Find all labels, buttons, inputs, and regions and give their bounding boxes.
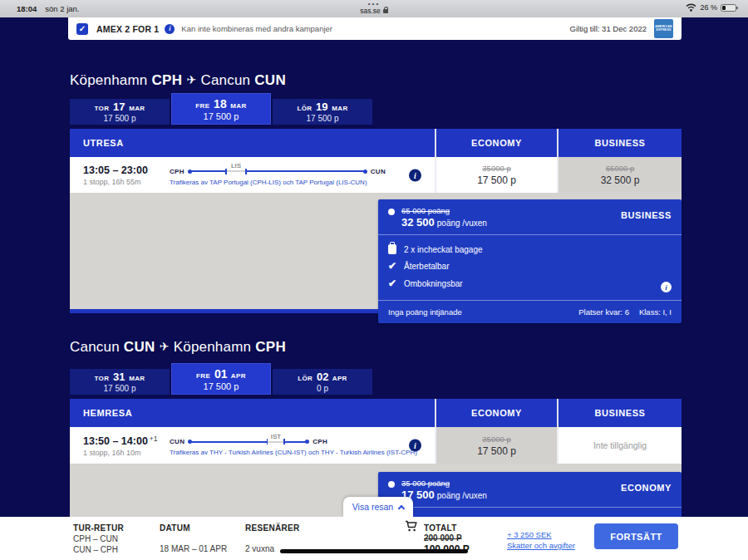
passengers-label: RESENÄRER [245,523,300,533]
tab-price: 17 500 p [70,384,170,393]
via-code: LIS [231,162,241,169]
tab-price: 17 500 p [273,114,372,123]
via-code: IST [271,433,281,440]
screen: 18:04sön 2 jan. ••• sas.se 26 % ✓ AMEX 2… [0,0,748,560]
economy-fare-card: 35 000 poäng 17 500poäng /vuxen ECONOMY … [378,472,682,517]
date-label: DATUM [160,523,227,533]
date-value: 18 MAR – 01 APR [160,544,227,553]
flight-times: 13:05 – 23:00 [83,165,170,176]
outbound-expanded-area: 65 000 poäng 32 500poäng /vuxen BUSINESS… [70,193,682,309]
inbound-to-city: Köpenhamn [174,339,251,355]
date-block: DATUM 18 MAR – 01 APR [160,523,227,553]
outbound-fare-table: UTRESA ECONOMY BUSINESS 13:05 – 23:00 1 … [70,129,682,313]
fare-per: poäng /vuxen [437,219,487,228]
show-trip-button[interactable]: Visa resan [343,497,413,517]
origin-code: CUN [170,438,185,445]
plane-icon: ✈ [187,73,197,86]
fare-features: x incheckat bagage [378,508,682,517]
taxes-fees-link[interactable]: Skatter och avgifter [507,541,575,550]
direction-label: UTRESA [70,129,435,157]
tab-price: 0 p [273,384,372,393]
outbound-from-city: Köpenhamn [70,72,147,88]
flight-stops: 1 stopp, 16h 55m [83,178,170,186]
promo-banner: ✓ AMEX 2 FOR 1 i Kan inte kombineras med… [68,17,682,40]
battery-icon [721,4,736,12]
promo-description: Kan inte kombineras med andra kampanjer [181,24,332,33]
home-indicator-handle[interactable] [280,549,468,553]
bottom-summary-bar: TUR-RETUR CPH – CUN CUN – CPH DATUM 18 M… [0,517,748,560]
wifi-icon [686,3,696,12]
outbound-flight-row: 13:05 – 23:00 1 stopp, 16h 55m CPH LIS C… [70,157,682,193]
trip-leg-2: CUN – CPH [73,545,124,554]
origin-code: CPH [170,168,185,175]
address-bar[interactable]: sas.se [0,7,748,15]
inbound-economy-price-cell-selected[interactable]: 35000 p 17 500 p [435,427,557,464]
seats-left: Platser kvar: 6 [578,307,629,317]
fare-radio-selected[interactable] [388,481,395,488]
route-line: LIS [189,170,366,172]
promo-checkbox[interactable]: ✓ [76,23,88,35]
stopover-segment [226,170,245,172]
outbound-economy-price-cell[interactable]: 35000 p 17 500 p [435,157,557,193]
tab-overview-dots[interactable]: ••• [0,1,748,7]
fare-card-header: 65 000 poäng 32 500poäng /vuxen BUSINESS [378,199,682,235]
outbound-date-tabs: TOR 17 MAR 17 500 p FRE 18 MAR 17 500 p … [70,93,374,125]
chevron-up-icon [398,504,405,511]
old-price: 65000 p [606,164,634,173]
flight-info-icon[interactable]: i [409,169,421,181]
tab-price: 17 500 p [171,111,271,121]
check-icon: ✔ [388,278,396,289]
outbound-to-code: CUN [254,72,286,88]
check-icon: ✔ [388,260,396,272]
battery-percent: 26 % [700,3,717,12]
flight-times: 13:50 – 14:00+1 [83,435,170,447]
padlock-icon [383,9,388,13]
earn-note: Inga poäng intjänade [388,307,462,317]
inbound-tab-fri-selected[interactable]: FRE 01 APR 17 500 p [171,363,271,395]
operated-by: Trafikeras av TAP Portugal (CPH-LIS) och… [170,179,386,186]
outbound-tab-sat[interactable]: LÖR 19 MAR 17 500 p [273,99,372,125]
inbound-flight-row: 13:50 – 14:00+1 1 stopp, 16h 10m CUN IST… [70,427,682,464]
inbound-from-code: CUN [124,339,155,355]
inbound-tab-thu[interactable]: TOR 31 MAR 17 500 p [70,369,170,395]
plus-days: +1 [150,435,158,443]
stopover-segment [268,441,284,443]
promo-info-icon[interactable]: i [165,24,175,34]
fare-old-points: 65 000 poäng [401,206,487,215]
economy-column-header: ECONOMY [435,399,557,427]
outbound-business-price-cell-selected[interactable]: 65000 p 32 500 p [557,157,682,193]
fare-per: poäng /vuxen [437,491,487,500]
route-diagram: CUN IST CPH Trafikeras av THY - Turkish … [170,438,417,456]
fare-info-icon[interactable]: i [661,282,672,292]
outbound-tab-thu[interactable]: TOR 17 MAR 17 500 p [70,99,170,125]
plane-icon: ✈ [160,340,170,353]
old-price: 35000 p [482,435,510,444]
promo-title: AMEX 2 FOR 1 [96,24,159,34]
trip-leg-1: CPH – CUN [73,534,124,543]
inbound-title: Cancun CUN✈Köpenhamn CPH [70,339,286,356]
fare-old-points: 35 000 poäng [401,479,487,488]
feature-baggage: 2 x incheckat bagage [388,244,672,254]
tab-price: 17 500 p [171,381,271,391]
tab-price: 17 500 p [70,114,170,123]
taxes-amount-link[interactable]: + 3 250 SEK [507,530,552,539]
inbound-to-code: CPH [255,339,286,355]
fare-card-footer: Inga poäng intjänade Platser kvar: 6Klas… [378,301,682,323]
inbound-business-unavailable-cell: Inte tillgänglig [557,427,682,464]
continue-button[interactable]: FORTSÄTT [594,523,678,549]
fare-points: 32 500 [401,216,435,228]
current-price: 17 500 p [477,445,516,457]
fare-radio-selected[interactable] [388,209,395,215]
feature-rebookable: ✔ Ombokningsbar [388,278,672,289]
business-fare-card: 65 000 poäng 32 500poäng /vuxen BUSINESS… [378,199,682,323]
booking-class: Klass: I, I [639,307,672,317]
flight-info-icon[interactable]: i [409,440,421,452]
outbound-tab-fri-selected[interactable]: FRE 18 MAR 17 500 p [171,93,271,125]
inbound-from-city: Cancun [70,339,120,355]
business-column-header: BUSINESS [557,129,682,157]
cart-icon[interactable] [405,520,418,536]
inbound-tab-sat[interactable]: LÖR 02 APR 0 p [273,369,372,395]
total-old-price: 200 000 P [424,533,470,543]
fare-features: 2 x incheckat bagage ✔ Återbetalbar ✔ Om… [378,235,682,301]
baggage-icon [388,244,396,254]
